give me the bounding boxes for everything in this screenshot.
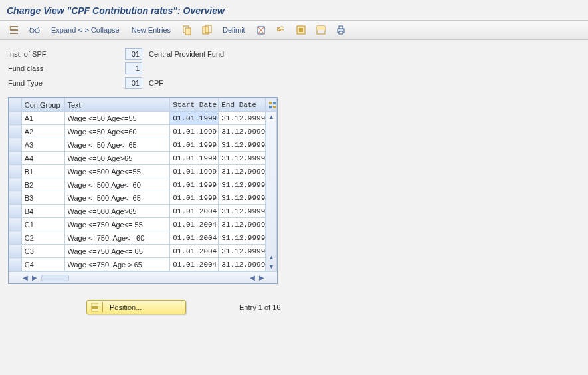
- scroll-up-icon[interactable]: ▲: [267, 112, 276, 122]
- cell-group[interactable]: C4: [21, 258, 64, 271]
- type-code-input[interactable]: [125, 77, 142, 89]
- cell-end-date[interactable]: 31.12.9999: [219, 138, 266, 152]
- cell-text[interactable]: Wage <=50,Age<=65: [64, 138, 170, 152]
- cell-start-date[interactable]: 01.01.2004: [170, 245, 219, 258]
- row-selector[interactable]: [9, 258, 22, 271]
- cell-start-date[interactable]: 01.01.1999: [170, 125, 219, 138]
- cell-text[interactable]: Wage <=500,Age<=55: [64, 165, 170, 178]
- expand-collapse-button[interactable]: Expand <-> Collapse: [47, 23, 124, 37]
- new-entries-button[interactable]: New Entries: [127, 23, 175, 37]
- col-group-header[interactable]: Con.Group: [21, 98, 64, 112]
- cell-start-date[interactable]: 01.01.2004: [170, 258, 219, 271]
- cell-end-date[interactable]: 31.12.9999: [219, 245, 266, 258]
- table-row[interactable]: B4Wage <=500,Age>6501.01.200431.12.9999: [9, 205, 277, 218]
- row-selector[interactable]: [9, 125, 22, 138]
- class-code-input[interactable]: [125, 62, 142, 74]
- col-start-header[interactable]: Start Date: [170, 98, 219, 112]
- cell-end-date[interactable]: 31.12.9999: [219, 152, 266, 165]
- cell-end-date[interactable]: 31.12.9999: [219, 231, 266, 245]
- cell-text[interactable]: Wage <=500,Age<=65: [64, 191, 170, 205]
- table-row[interactable]: A1Wage <=50,Age<=5501.01.199931.12.9999: [9, 112, 277, 125]
- table-row[interactable]: C1Wage <=750,Age<= 5501.01.200431.12.999…: [9, 218, 277, 231]
- cell-group[interactable]: B3: [21, 191, 64, 205]
- hscroll-thumb[interactable]: [41, 275, 69, 281]
- glasses-icon[interactable]: [25, 23, 44, 37]
- table-row[interactable]: B3Wage <=500,Age<=6501.01.199931.12.9999: [9, 191, 277, 205]
- cell-text[interactable]: Wage <=50,Age<=55: [64, 112, 170, 125]
- copy-icon[interactable]: [178, 23, 195, 37]
- horizontal-scrollbar[interactable]: ◀ ▶ ◀ ▶: [9, 271, 277, 283]
- cell-end-date[interactable]: 31.12.9999: [219, 112, 266, 125]
- vertical-scrollbar[interactable]: ▲ ▲ ▼: [266, 112, 276, 271]
- cell-group[interactable]: C2: [21, 231, 64, 245]
- cell-end-date[interactable]: 31.12.9999: [219, 218, 266, 231]
- col-end-header[interactable]: End Date: [219, 98, 266, 112]
- cell-group[interactable]: B1: [21, 165, 64, 178]
- cell-end-date[interactable]: 31.12.9999: [219, 258, 266, 271]
- cell-end-date[interactable]: 31.12.9999: [219, 165, 266, 178]
- position-button[interactable]: Position...: [86, 300, 186, 314]
- cell-text[interactable]: Wage <=500,Age>65: [64, 205, 170, 218]
- row-selector[interactable]: [9, 231, 22, 245]
- select-all-icon[interactable]: [292, 23, 310, 37]
- cell-end-date[interactable]: 31.12.9999: [219, 205, 266, 218]
- row-selector[interactable]: [9, 138, 22, 152]
- cell-end-date[interactable]: 31.12.9999: [219, 191, 266, 205]
- table-row[interactable]: B2Wage <=500,Age<=6001.01.199931.12.9999: [9, 178, 277, 191]
- cell-text[interactable]: Wage <=750, Age > 65: [64, 258, 170, 271]
- row-selector[interactable]: [9, 191, 22, 205]
- col-select-all[interactable]: [9, 98, 22, 112]
- row-selector[interactable]: [9, 245, 22, 258]
- col-text-header[interactable]: Text: [64, 98, 170, 112]
- cell-group[interactable]: A2: [21, 125, 64, 138]
- cell-group[interactable]: C1: [21, 218, 64, 231]
- cell-end-date[interactable]: 31.12.9999: [219, 125, 266, 138]
- cell-text[interactable]: Wage <=50,Age>65: [64, 152, 170, 165]
- cell-text[interactable]: Wage <=750,Age<= 65: [64, 245, 170, 258]
- table-row[interactable]: C2Wage <=750, Age<= 6001.01.200431.12.99…: [9, 231, 277, 245]
- table-row[interactable]: A3Wage <=50,Age<=6501.01.199931.12.9999: [9, 138, 277, 152]
- cell-start-date[interactable]: 01.01.2004: [170, 205, 219, 218]
- cell-start-date[interactable]: 01.01.1999: [170, 152, 219, 165]
- hscroll-right-icon[interactable]: ▶: [30, 274, 39, 281]
- table-row[interactable]: A4Wage <=50,Age>6501.01.199931.12.9999: [9, 152, 277, 165]
- table-row[interactable]: A2Wage <=50,Age<=6001.01.199931.12.9999: [9, 125, 277, 138]
- delete-icon[interactable]: [252, 23, 270, 37]
- copy-as-icon[interactable]: [198, 23, 215, 37]
- cell-start-date[interactable]: 01.01.1999: [170, 138, 219, 152]
- cell-group[interactable]: B2: [21, 178, 64, 191]
- row-selector[interactable]: [9, 205, 22, 218]
- cell-start-date[interactable]: 01.01.2004: [170, 218, 219, 231]
- print-icon[interactable]: [332, 23, 349, 37]
- hscroll-left-icon[interactable]: ◀: [21, 274, 30, 281]
- inst-code-input[interactable]: [125, 48, 142, 60]
- cell-start-date[interactable]: 01.01.1999: [170, 165, 219, 178]
- cell-start-date[interactable]: 01.01.1999: [170, 191, 219, 205]
- row-selector[interactable]: [9, 112, 22, 125]
- cell-start-date[interactable]: 01.01.1999: [170, 112, 219, 125]
- table-row[interactable]: C3Wage <=750,Age<= 6501.01.200431.12.999…: [9, 245, 277, 258]
- cell-group[interactable]: A4: [21, 152, 64, 165]
- cell-start-date[interactable]: 01.01.2004: [170, 231, 219, 245]
- undo-icon[interactable]: [272, 23, 290, 37]
- cell-group[interactable]: C3: [21, 245, 64, 258]
- cell-group[interactable]: A3: [21, 138, 64, 152]
- row-selector[interactable]: [9, 165, 22, 178]
- row-selector[interactable]: [9, 178, 22, 191]
- hscroll-left2-icon[interactable]: ◀: [248, 274, 257, 281]
- cell-text[interactable]: Wage <=750, Age<= 60: [64, 231, 170, 245]
- cell-group[interactable]: B4: [21, 205, 64, 218]
- scroll-down-icon[interactable]: ▼: [267, 262, 276, 271]
- cell-end-date[interactable]: 31.12.9999: [219, 178, 266, 191]
- deselect-all-icon[interactable]: [312, 23, 330, 37]
- table-row[interactable]: B1Wage <=500,Age<=5501.01.199931.12.9999: [9, 165, 277, 178]
- cell-group[interactable]: A1: [21, 112, 64, 125]
- cell-text[interactable]: Wage <=50,Age<=60: [64, 125, 170, 138]
- table-config-icon[interactable]: [266, 98, 277, 112]
- scroll-up-step-icon[interactable]: ▲: [267, 253, 276, 262]
- cell-start-date[interactable]: 01.01.1999: [170, 178, 219, 191]
- toggle-view-icon[interactable]: [5, 23, 23, 37]
- delimit-button[interactable]: Delimit: [218, 23, 250, 37]
- row-selector[interactable]: [9, 152, 22, 165]
- cell-text[interactable]: Wage <=500,Age<=60: [64, 178, 170, 191]
